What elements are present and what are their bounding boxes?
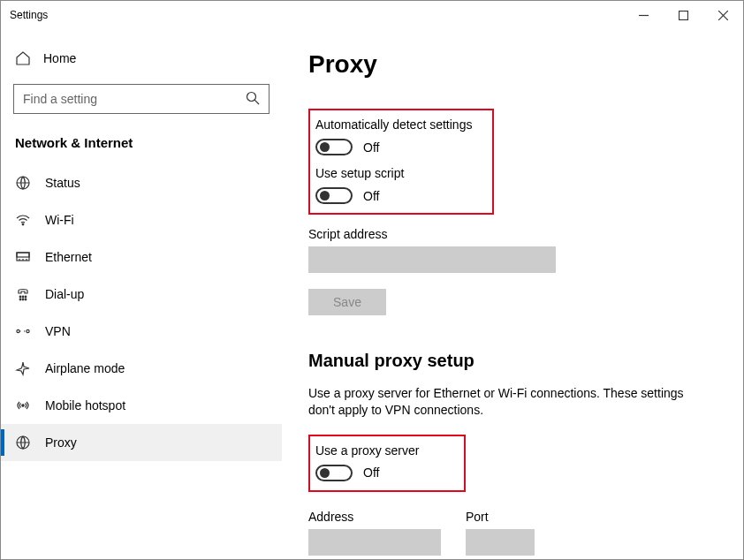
home-icon xyxy=(15,50,31,66)
svg-point-14 xyxy=(22,296,24,298)
port-label: Port xyxy=(466,510,535,524)
ethernet-icon xyxy=(15,249,31,265)
highlight-proxy-section: Use a proxy server Off xyxy=(308,435,466,492)
svg-point-16 xyxy=(19,299,21,300)
minimize-button[interactable] xyxy=(624,2,664,28)
search-icon xyxy=(246,91,260,108)
search-input[interactable]: Find a setting xyxy=(13,84,270,114)
sidebar-item-wifi[interactable]: Wi-Fi xyxy=(1,201,282,238)
use-proxy-toggle[interactable] xyxy=(315,465,353,481)
svg-rect-9 xyxy=(17,253,29,257)
port-input xyxy=(466,529,535,556)
setup-script-toggle[interactable] xyxy=(315,187,353,204)
nav-label: VPN xyxy=(45,324,71,338)
svg-rect-1 xyxy=(679,11,688,19)
script-address-input xyxy=(308,246,556,273)
manual-description: Use a proxy server for Ethernet or Wi-Fi… xyxy=(308,385,697,419)
sidebar-item-hotspot[interactable]: Mobile hotspot xyxy=(1,387,282,424)
address-input xyxy=(308,529,441,556)
home-label: Home xyxy=(43,51,76,65)
window-controls xyxy=(624,2,743,28)
nav-label: Airplane mode xyxy=(45,361,125,375)
auto-detect-state: Off xyxy=(363,140,379,155)
sidebar-item-status[interactable]: Status xyxy=(1,164,282,201)
hotspot-icon xyxy=(15,397,31,413)
status-icon xyxy=(15,175,31,191)
nav-label: Ethernet xyxy=(45,250,92,264)
proxy-icon xyxy=(15,435,31,450)
highlight-auto-section: Automatically detect settings Off Use se… xyxy=(308,109,494,215)
sidebar-item-dialup[interactable]: Dial-up xyxy=(1,276,282,313)
address-label: Address xyxy=(308,510,441,524)
nav-label: Mobile hotspot xyxy=(45,398,125,412)
manual-section-title: Manual proxy setup xyxy=(308,351,717,371)
maximize-button[interactable] xyxy=(664,2,703,28)
svg-point-20 xyxy=(27,329,29,332)
home-nav[interactable]: Home xyxy=(1,42,282,75)
sidebar: Home Find a setting Network & Internet S… xyxy=(1,29,282,559)
setup-script-label: Use setup script xyxy=(315,166,483,180)
svg-point-13 xyxy=(19,296,21,298)
close-button[interactable] xyxy=(703,2,743,28)
use-proxy-state: Off xyxy=(363,465,379,480)
page-title: Proxy xyxy=(308,50,717,79)
svg-point-15 xyxy=(25,296,27,298)
wifi-icon xyxy=(15,212,31,228)
save-button: Save xyxy=(308,289,386,315)
svg-point-17 xyxy=(22,299,24,300)
use-proxy-label: Use a proxy server xyxy=(315,443,455,458)
svg-point-7 xyxy=(22,223,24,225)
svg-point-19 xyxy=(17,329,19,332)
titlebar: Settings xyxy=(1,1,743,29)
search-placeholder: Find a setting xyxy=(23,92,97,106)
window-title: Settings xyxy=(10,9,48,21)
nav-label: Status xyxy=(45,176,80,190)
setup-script-state: Off xyxy=(363,189,379,203)
nav-list: Status Wi-Fi Ethernet Dial-up VPN Airpla… xyxy=(1,164,282,461)
sidebar-item-airplane[interactable]: Airplane mode xyxy=(1,350,282,387)
svg-point-21 xyxy=(22,405,24,406)
svg-line-5 xyxy=(254,100,259,104)
svg-point-18 xyxy=(25,299,27,300)
sidebar-item-ethernet[interactable]: Ethernet xyxy=(1,238,282,276)
sidebar-item-proxy[interactable]: Proxy xyxy=(1,424,282,461)
svg-point-4 xyxy=(247,92,256,101)
vpn-icon xyxy=(15,323,31,339)
auto-detect-toggle[interactable] xyxy=(315,139,353,155)
category-label: Network & Internet xyxy=(1,130,282,164)
sidebar-item-vpn[interactable]: VPN xyxy=(1,313,282,350)
nav-label: Proxy xyxy=(45,435,77,450)
dialup-icon xyxy=(15,286,31,302)
airplane-icon xyxy=(15,360,31,376)
auto-detect-label: Automatically detect settings xyxy=(315,117,483,132)
nav-label: Dial-up xyxy=(45,287,84,301)
nav-label: Wi-Fi xyxy=(45,213,74,227)
script-address-label: Script address xyxy=(308,227,717,241)
main-content: Proxy Automatically detect settings Off … xyxy=(282,29,743,559)
